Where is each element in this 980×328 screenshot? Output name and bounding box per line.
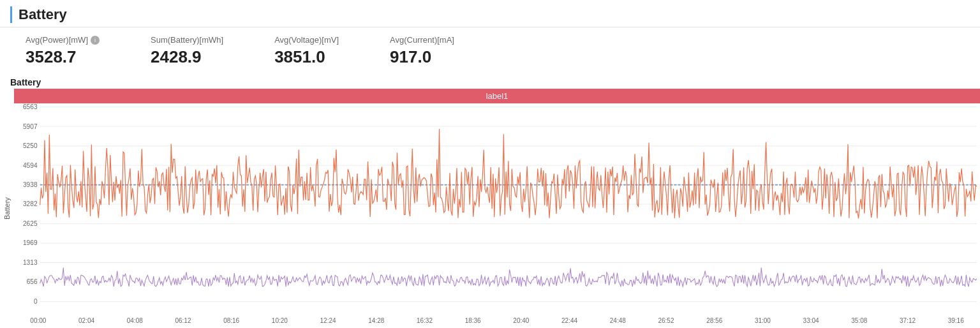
x-tick: 37:12: [884, 317, 932, 324]
stat-item-0: Avg(Power)[mW]i3528.7: [26, 35, 100, 67]
svg-text:3938: 3938: [23, 180, 38, 188]
x-tick: 28:56: [690, 317, 739, 324]
chart-section: Battery Battery label1 65635907525045943…: [0, 75, 980, 328]
x-tick: 22:44: [546, 317, 594, 324]
svg-text:6563: 6563: [23, 103, 38, 110]
x-tick: 33:04: [787, 317, 835, 324]
x-tick: 16:32: [401, 317, 449, 324]
svg-text:5250: 5250: [23, 142, 38, 150]
stat-item-2: Avg(Voltage)[mV]3851.0: [274, 35, 339, 67]
x-tick: 08:16: [207, 317, 256, 324]
stat-value-3: 917.0: [390, 47, 454, 67]
page-title: Battery: [10, 6, 67, 23]
header-section: Battery: [0, 0, 980, 27]
x-tick: 20:40: [497, 317, 546, 324]
page-container: Battery Avg(Power)[mW]i3528.7Sum(Battery…: [0, 0, 980, 328]
x-tick: 00:00: [14, 317, 63, 324]
x-tick: 14:28: [352, 317, 401, 324]
stat-item-3: Avg(Current)[mA]917.0: [390, 35, 454, 67]
svg-text:2625: 2625: [23, 219, 38, 227]
svg-text:4594: 4594: [23, 161, 38, 169]
chart-svg: 6563590752504594393832822625196913136560: [14, 103, 980, 315]
x-tick: 24:48: [593, 317, 642, 324]
x-tick: 31:00: [739, 317, 787, 324]
stat-item-1: Sum(Battery)[mWh]2428.9: [151, 35, 223, 67]
x-tick: 26:52: [642, 317, 690, 324]
stat-label-0: Avg(Power)[mW]i: [26, 35, 100, 45]
x-tick: 10:20: [256, 317, 304, 324]
x-tick: 35:08: [835, 317, 884, 324]
stat-label-1: Sum(Battery)[mWh]: [151, 35, 223, 45]
stat-label-2: Avg(Voltage)[mV]: [274, 35, 339, 45]
svg-text:656: 656: [27, 278, 38, 286]
x-tick: 04:08: [110, 317, 159, 324]
info-icon-0[interactable]: i: [91, 36, 100, 45]
stat-value-1: 2428.9: [151, 47, 223, 67]
stat-value-2: 3851.0: [274, 47, 339, 67]
svg-text:0: 0: [34, 297, 38, 305]
x-tick: 39:16: [932, 317, 980, 324]
x-tick: 12:24: [304, 317, 352, 324]
svg-text:3282: 3282: [23, 200, 38, 208]
x-tick: 18:36: [449, 317, 497, 324]
chart-area: label1 656359075250459439383282262519691…: [14, 89, 980, 328]
stat-value-0: 3528.7: [26, 47, 100, 67]
svg-text:1313: 1313: [23, 258, 38, 266]
legend-label-bar[interactable]: label1: [14, 89, 980, 103]
x-tick: 02:04: [63, 317, 111, 324]
x-tick: 06:12: [159, 317, 207, 324]
svg-text:5907: 5907: [23, 122, 38, 130]
y-axis-label: Battery: [0, 89, 14, 328]
x-axis: 00:0002:0404:0806:1208:1610:2012:2414:28…: [14, 317, 980, 324]
stat-label-3: Avg(Current)[mA]: [390, 35, 454, 45]
chart-title: Battery: [0, 75, 980, 89]
chart-wrapper: Battery label1 6563590752504594393832822…: [0, 89, 980, 328]
svg-text:1969: 1969: [23, 239, 38, 247]
stats-section: Avg(Power)[mW]i3528.7Sum(Battery)[mWh]24…: [0, 27, 980, 75]
